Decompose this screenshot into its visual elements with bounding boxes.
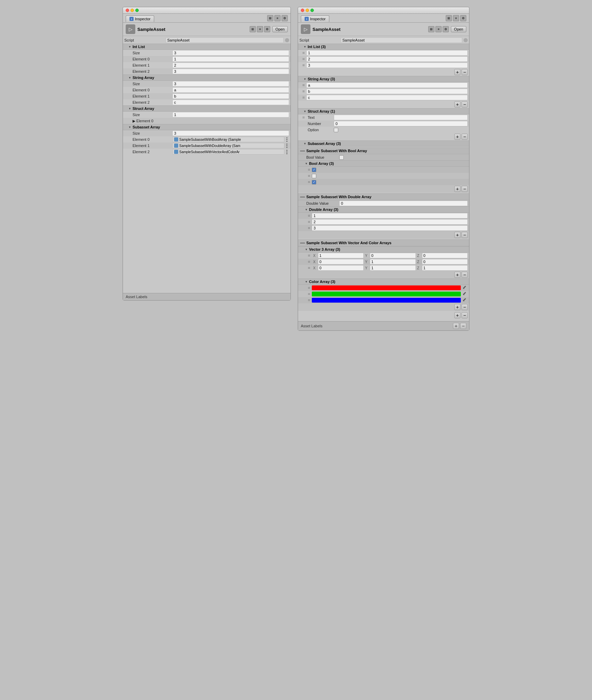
- left-struct-array-size-value[interactable]: 1: [172, 112, 289, 117]
- right-icon-btn-1[interactable]: ⊞: [446, 15, 452, 21]
- right-double-array-header[interactable]: ▼ Double Array (3): [298, 206, 469, 213]
- right-v3-1-z[interactable]: 0: [422, 259, 468, 264]
- right-subasset-remove-btn[interactable]: −: [462, 312, 468, 318]
- left-subasset-size-value[interactable]: 3: [172, 131, 289, 136]
- left-int-list-elem0-value[interactable]: 1: [172, 56, 289, 62]
- left-subasset-array-header[interactable]: ▼ Subasset Array: [123, 124, 291, 130]
- left-int-list-elem1-value[interactable]: 2: [172, 63, 289, 68]
- right-v3-1-y[interactable]: 1: [370, 259, 415, 264]
- right-v3-0-y[interactable]: 0: [370, 253, 415, 258]
- right-string-array-header[interactable]: ▼ String Array (3): [298, 76, 469, 82]
- close-button[interactable]: [126, 9, 129, 12]
- left-subasset-elem2-ref[interactable]: SampleSubassetWithVectorAndColorAr: [172, 149, 284, 155]
- left-string-array-header[interactable]: ▼ String Array: [123, 75, 291, 81]
- right-int-list-value-0[interactable]: 1: [306, 50, 468, 56]
- right-header-icon-3[interactable]: ⚙: [443, 26, 449, 32]
- left-icon-btn-3[interactable]: ⚙: [282, 15, 288, 21]
- right-icon-btn-2[interactable]: ≡: [453, 15, 459, 21]
- right-color-swatch-0[interactable]: [312, 285, 461, 290]
- right-struct-text-value[interactable]: [334, 115, 468, 120]
- right-open-button[interactable]: Open: [451, 26, 466, 32]
- right-color-array-remove-btn[interactable]: −: [462, 304, 468, 310]
- right-struct-option-checkbox[interactable]: [334, 128, 338, 132]
- left-script-circle[interactable]: [285, 38, 289, 42]
- right-bool-array-checkbox-0[interactable]: [312, 168, 316, 172]
- right-maximize-button[interactable]: [310, 9, 314, 12]
- left-icon-btn-1[interactable]: ⊞: [267, 15, 273, 21]
- right-subasset-array-header[interactable]: ▼ Subasset Array (3): [298, 140, 469, 147]
- right-double-array-remove-btn[interactable]: −: [462, 232, 468, 238]
- right-int-list-header[interactable]: ▼ Int List (3): [298, 44, 469, 50]
- left-subasset-elem0-ref[interactable]: SampleSubassetWithBoolArray (Sample: [172, 137, 284, 142]
- right-minimize-button[interactable]: [306, 9, 309, 12]
- right-string-array-value-2[interactable]: c: [306, 95, 468, 100]
- maximize-button[interactable]: [135, 9, 139, 12]
- right-v3-0-z[interactable]: 0: [422, 253, 468, 258]
- left-string-array-elem0-value[interactable]: a: [172, 87, 289, 93]
- left-icon-btn-2[interactable]: ≡: [274, 15, 281, 21]
- right-struct-number-value[interactable]: 0: [334, 121, 468, 126]
- left-subasset-elem0-menu[interactable]: [284, 137, 289, 142]
- right-footer-add-btn[interactable]: +: [453, 323, 459, 329]
- right-script-circle[interactable]: [464, 38, 468, 42]
- right-color-swatch-1[interactable]: [312, 292, 461, 296]
- right-bool-value-checkbox[interactable]: [339, 155, 344, 160]
- right-struct-array-header[interactable]: ▼ Struct Array (1): [298, 108, 469, 114]
- right-color-eyedropper-0[interactable]: [461, 285, 468, 290]
- minimize-button[interactable]: [130, 9, 134, 12]
- right-bool-array-remove-btn[interactable]: −: [462, 186, 468, 192]
- right-string-array-value-1[interactable]: b: [306, 89, 468, 94]
- right-subasset-add-btn[interactable]: +: [454, 312, 460, 318]
- right-double-array-value-2[interactable]: 3: [312, 225, 468, 231]
- left-header-icon-2[interactable]: ≡: [257, 26, 263, 32]
- right-bool-array-header[interactable]: ▼ Bool Array (3): [298, 160, 469, 167]
- right-bool-array-checkbox-2[interactable]: [312, 180, 316, 184]
- left-subasset-elem1-ref[interactable]: SampleSubassetWithDoubleArray (Sam: [172, 143, 284, 148]
- right-header-icon-1[interactable]: ⊞: [428, 26, 434, 32]
- right-double-array-value-0[interactable]: 1: [312, 213, 468, 218]
- left-string-array-size-value[interactable]: 3: [172, 81, 289, 87]
- right-close-button[interactable]: [301, 9, 304, 12]
- right-v3-1-x[interactable]: 0: [318, 259, 364, 264]
- left-inspector-tab[interactable]: i Inspector: [126, 15, 154, 22]
- left-int-list-elem2-value[interactable]: 3: [172, 69, 289, 74]
- right-struct-array-remove-btn[interactable]: −: [462, 134, 468, 140]
- right-int-list-add-btn[interactable]: +: [454, 69, 460, 75]
- right-bool-array-checkbox-1[interactable]: [312, 174, 316, 178]
- right-v3-0-x[interactable]: 1: [318, 253, 364, 258]
- left-header-icon-3[interactable]: ⚙: [264, 26, 270, 32]
- right-string-array-value-0[interactable]: a: [306, 82, 468, 88]
- right-int-list-remove-btn[interactable]: −: [462, 69, 468, 75]
- right-double-value-input[interactable]: 0: [339, 201, 468, 206]
- right-v3-2-y[interactable]: 1: [370, 265, 415, 271]
- left-string-array-elem1-value[interactable]: b: [172, 93, 289, 99]
- right-v3-2-z[interactable]: 1: [422, 265, 468, 271]
- right-color-swatch-2[interactable]: [312, 298, 461, 303]
- right-vector3-remove-btn[interactable]: −: [462, 272, 468, 278]
- right-string-array-add-btn[interactable]: +: [454, 101, 460, 108]
- right-inspector-tab[interactable]: i Inspector: [301, 15, 329, 22]
- right-v3-2-x[interactable]: 0: [318, 265, 364, 271]
- right-struct-array-add-btn[interactable]: +: [454, 134, 460, 140]
- right-double-array-add-btn[interactable]: +: [454, 232, 460, 238]
- right-icon-btn-3[interactable]: ⚙: [460, 15, 466, 21]
- left-open-button[interactable]: Open: [272, 26, 288, 32]
- right-bool-array-add-btn[interactable]: +: [454, 186, 460, 192]
- left-string-array-elem2-value[interactable]: c: [172, 100, 289, 105]
- left-subasset-elem1-menu[interactable]: [284, 143, 289, 148]
- right-header-icon-2[interactable]: ≡: [435, 26, 442, 32]
- left-struct-array-header[interactable]: ▼ Struct Array: [123, 105, 291, 112]
- right-color-array-header[interactable]: ▼ Color Array (3): [298, 279, 469, 285]
- right-double-array-value-1[interactable]: 2: [312, 219, 468, 225]
- right-int-list-value-1[interactable]: 2: [306, 56, 468, 62]
- left-int-list-header[interactable]: ▼ Int List: [123, 44, 291, 50]
- right-vector3-array-header[interactable]: ▼ Vector 3 Array (3): [298, 246, 469, 252]
- right-color-eyedropper-1[interactable]: [461, 292, 468, 296]
- right-color-array-add-btn[interactable]: +: [454, 304, 460, 310]
- left-header-icon-1[interactable]: ⊞: [250, 26, 256, 32]
- right-footer-remove-btn[interactable]: −: [460, 323, 466, 329]
- left-subasset-elem2-menu[interactable]: [284, 149, 289, 154]
- right-int-list-value-2[interactable]: 3: [306, 63, 468, 68]
- right-color-eyedropper-2[interactable]: [461, 298, 468, 303]
- right-string-array-remove-btn[interactable]: −: [462, 101, 468, 108]
